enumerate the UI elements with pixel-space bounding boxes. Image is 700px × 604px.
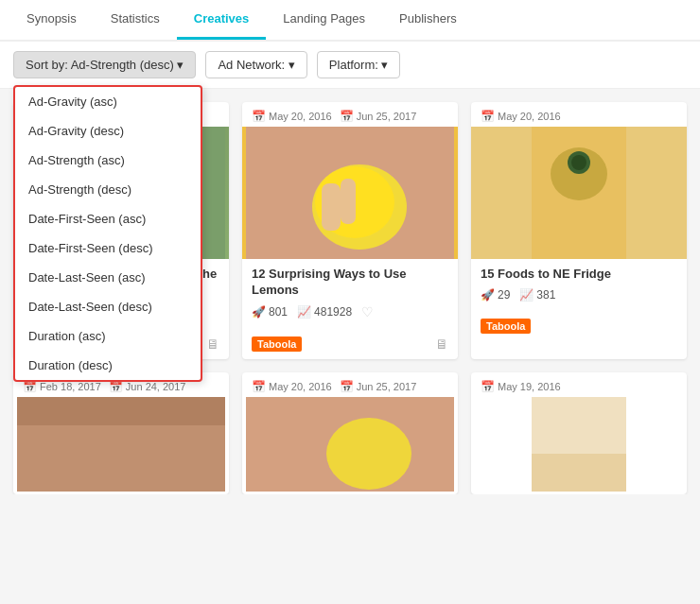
card-5-image — [242, 397, 458, 494]
card-6-date-first: 📅 May 19, 2016 — [481, 380, 561, 393]
card-2-dates: 📅 May 20, 2016 📅 Jun 25, 2017 — [242, 102, 458, 127]
card-6-dates: 📅 May 19, 2016 — [471, 372, 687, 397]
monitor-icon: 🖥 — [206, 337, 219, 352]
card-4: 📅 Feb 18, 2017 📅 Jun 24, 2017 — [13, 372, 229, 494]
card-2-date-last: 📅 Jun 25, 2017 — [340, 110, 417, 123]
sort-option-1[interactable]: Ad-Gravity (desc) — [15, 116, 201, 146]
tab-creatives[interactable]: Creatives — [177, 0, 267, 40]
sort-option-0[interactable]: Ad-Gravity (asc) — [15, 87, 201, 116]
card-3-stat2: 📈 381 — [519, 288, 555, 302]
card-2-stat1: 🚀 801 — [252, 305, 288, 319]
card-2-svg — [242, 127, 458, 259]
svg-rect-13 — [17, 425, 225, 492]
sort-option-3[interactable]: Ad-Strength (desc) — [15, 175, 201, 204]
card-3-svg — [471, 127, 687, 259]
sort-option-7[interactable]: Date-Last-Seen (desc) — [15, 292, 201, 321]
tab-publishers[interactable]: Publishers — [382, 0, 474, 40]
taboola-badge: Taboola — [252, 337, 302, 352]
card-4-image — [13, 397, 229, 494]
tab-statistics[interactable]: Statistics — [94, 0, 177, 40]
taboola-badge: Taboola — [481, 319, 531, 334]
card-5-date-first: 📅 May 20, 2016 — [252, 380, 332, 393]
heart-icon[interactable]: ♡ — [361, 304, 374, 319]
svg-point-11 — [571, 155, 586, 170]
sort-option-2[interactable]: Ad-Strength (asc) — [15, 146, 201, 175]
card-5: 📅 May 20, 2016 📅 Jun 25, 2017 — [242, 372, 458, 494]
toolbar: Sort by: Ad-Strength (desc) ▾ Ad-Gravity… — [0, 42, 700, 89]
card-3-date-first: 📅 May 20, 2016 — [481, 110, 561, 123]
sort-option-4[interactable]: Date-First-Seen (asc) — [15, 204, 201, 233]
calendar-icon: 📅 — [481, 110, 495, 123]
sort-option-9[interactable]: Duration (desc) — [15, 351, 201, 380]
card-5-date-last: 📅 Jun 25, 2017 — [340, 380, 417, 393]
calendar-icon: 📅 — [340, 380, 354, 393]
card-2-body: 12 Surprising Ways to Use Lemons 🚀 801 📈… — [242, 259, 458, 333]
card-6-image — [471, 397, 687, 494]
svg-rect-17 — [532, 454, 626, 492]
sort-option-5[interactable]: Date-First-Seen (desc) — [15, 233, 201, 263]
card-6-svg — [471, 397, 687, 492]
card-3-dates: 📅 May 20, 2016 — [471, 102, 687, 127]
monitor-icon: 🖥 — [435, 337, 448, 352]
tab-landing-pages[interactable]: Landing Pages — [266, 0, 382, 40]
sort-option-6[interactable]: Date-Last-Seen (asc) — [15, 263, 201, 292]
sort-dropdown-menu: Ad-Gravity (asc) Ad-Gravity (desc) Ad-St… — [13, 85, 202, 382]
cards-grid-row2: 📅 Feb 18, 2017 📅 Jun 24, 2017 📅 — [13, 372, 687, 494]
card-2-date-first: 📅 May 20, 2016 — [252, 110, 332, 123]
ad-network-filter[interactable]: Ad Network: ▾ — [205, 51, 306, 78]
card-6: 📅 May 19, 2016 — [471, 372, 687, 494]
svg-rect-6 — [322, 183, 341, 231]
card-4-svg — [13, 397, 229, 492]
card-2-stats: 🚀 801 📈 481928 ♡ — [252, 304, 448, 319]
svg-rect-7 — [341, 179, 356, 224]
calendar-icon: 📅 — [252, 380, 266, 393]
card-2-footer: Taboola 🖥 — [242, 333, 458, 359]
card-2: 📅 May 20, 2016 📅 Jun 25, 2017 — [242, 102, 458, 359]
card-3-stats: 🚀 29 📈 381 — [481, 288, 677, 302]
calendar-icon: 📅 — [481, 380, 495, 393]
sort-option-8[interactable]: Duration (asc) — [15, 321, 201, 351]
platform-filter[interactable]: Platform: ▾ — [317, 51, 401, 78]
sort-dropdown-container: Sort by: Ad-Strength (desc) ▾ Ad-Gravity… — [13, 51, 196, 78]
tab-synopsis[interactable]: Synopsis — [9, 0, 94, 40]
card-3-footer: Taboola — [471, 315, 687, 341]
calendar-icon: 📅 — [340, 110, 354, 123]
sort-button[interactable]: Sort by: Ad-Strength (desc) ▾ — [13, 51, 196, 78]
card-5-dates: 📅 May 20, 2016 📅 Jun 25, 2017 — [242, 372, 458, 397]
card-2-title: 12 Surprising Ways to Use Lemons — [252, 267, 448, 299]
card-5-svg — [242, 397, 458, 492]
card-2-stat2: 📈 481928 — [297, 305, 352, 319]
card-3-body: 15 Foods to NE Fridge 🚀 29 📈 381 — [471, 259, 687, 315]
card-3-title: 15 Foods to NE Fridge — [481, 267, 677, 283]
card-2-image — [242, 127, 458, 259]
card-3-stat1: 🚀 29 — [481, 288, 510, 302]
tabs-bar: Synopsis Statistics Creatives Landing Pa… — [0, 0, 700, 42]
svg-point-15 — [326, 418, 411, 490]
card-3-image — [471, 127, 687, 259]
card-3: 📅 May 20, 2016 15 Foods to NE Fridge 🚀 — [471, 102, 687, 359]
calendar-icon: 📅 — [252, 110, 266, 123]
